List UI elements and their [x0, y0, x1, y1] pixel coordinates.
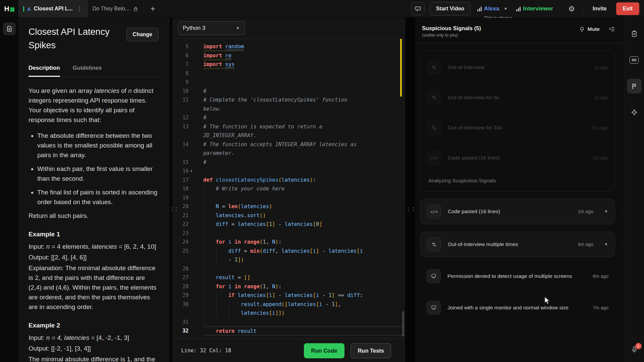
code-line: - 1]): [172, 255, 405, 264]
code-text[interactable]: latencies.sort(): [203, 211, 405, 220]
code-area[interactable]: 5import random6import re7import sys8910#…: [172, 39, 405, 339]
collapse-panel-icon[interactable]: [608, 26, 615, 33]
code-line: 26: [172, 264, 405, 274]
signal-strength-icon: [516, 6, 521, 11]
code-text[interactable]: if latencies[i] - latencies[i - 1] == di…: [203, 291, 405, 300]
notes-tool-button[interactable]: [627, 26, 642, 41]
new-tab-button[interactable]: +: [144, 0, 162, 17]
panel-resize-handle[interactable]: ⋮⋮: [405, 18, 415, 362]
notification-badge: i: [635, 343, 642, 349]
code-text[interactable]: [203, 229, 405, 238]
code-text[interactable]: #: [203, 87, 405, 96]
signal-time: 6m ago: [593, 274, 608, 279]
code-text[interactable]: [203, 318, 405, 327]
chevron-down-icon[interactable]: ▼: [604, 209, 608, 214]
signal-text: Out-of-Interview multiple times: [448, 241, 571, 247]
run-tests-button[interactable]: Run Tests: [351, 343, 391, 358]
screen-icon: [427, 301, 441, 315]
code-text[interactable]: #: [203, 113, 405, 122]
lock-icon: [132, 6, 139, 12]
code-text[interactable]: for i in range(1, N):: [203, 238, 405, 247]
change-question-button[interactable]: Change: [126, 28, 158, 41]
flags-tool-button[interactable]: [627, 79, 642, 94]
code-text[interactable]: # The function accepts INTEGER_ARRAY lat…: [203, 140, 405, 149]
line-number: [172, 105, 196, 114]
line-number: 27: [172, 273, 196, 282]
left-toolbar: [0, 18, 18, 362]
code-text[interactable]: [203, 78, 405, 87]
signal-item[interactable]: Permission denied to detect usage of mul…: [420, 260, 615, 292]
language-select[interactable]: Python 3 ▼: [178, 21, 245, 35]
line-number: 30: [172, 300, 196, 309]
signal-card[interactable]: </>Code pasted (16 lines)1m ago▼: [420, 199, 615, 224]
code-text[interactable]: [203, 193, 405, 202]
example-line: Output: [[2, 4], [4, 6]]: [29, 252, 158, 262]
signal-item[interactable]: Out-of-Interview multiple times4m ago▼: [427, 237, 608, 251]
tab-guidelines[interactable]: Guidelines: [73, 65, 102, 77]
code-text[interactable]: N = len(latencies): [203, 202, 405, 211]
chat-button[interactable]: [411, 2, 425, 15]
code-line: 22 diff = latencies[1] - latencies[0]: [172, 220, 405, 229]
screen-icon: [427, 269, 441, 283]
code-text[interactable]: import random: [203, 42, 405, 51]
io-tool-button[interactable]: I/O: [627, 53, 642, 67]
code-line: below.: [172, 105, 405, 114]
tab-do-they-belong[interactable]: Do They Belo...: [88, 0, 144, 17]
code-text[interactable]: latencies[i]]): [203, 309, 405, 318]
question-panel-button[interactable]: [3, 22, 16, 35]
code-line: 30 result.append([latencies[i - 1],: [172, 300, 405, 309]
code-text[interactable]: # The function is expected to return a: [203, 122, 405, 131]
signal-card[interactable]: Out-of-Interview multiple times4m ago▼: [420, 232, 615, 257]
code-text[interactable]: #: [203, 158, 405, 167]
code-text[interactable]: # Complete the 'closestLatencySpikes' fu…: [203, 96, 405, 105]
signals-subtitle: (visible only to you): [422, 33, 481, 38]
ai-tool-button[interactable]: [627, 105, 642, 120]
flag-icon: [631, 82, 638, 90]
drag-grip-icon[interactable]: ⋮⋮: [406, 207, 416, 211]
code-text[interactable]: diff = latencies[1] - latencies[0]: [203, 220, 405, 229]
code-text[interactable]: def closestLatencySpikes(latencies):: [203, 176, 405, 185]
analyzing-status: Analyzing Suspicious Signals: [428, 178, 608, 184]
code-text[interactable]: [203, 167, 405, 176]
code-text[interactable]: result.append([latencies[i - 1],: [203, 300, 405, 309]
voice-notes-button[interactable]: i: [630, 346, 638, 355]
code-line: 28 for i in range(1, N):: [172, 282, 405, 291]
code-text[interactable]: [203, 264, 405, 274]
signal-item[interactable]: Joined with a single monitor and normal …: [420, 292, 615, 323]
code-text[interactable]: import sys: [203, 60, 405, 69]
line-number: 21: [172, 211, 196, 220]
panel-resize-handle[interactable]: ⋮⋮: [170, 18, 172, 362]
example-line: Input: n = 4, latencies = [4, -2, -1, 3]: [29, 333, 158, 343]
code-text[interactable]: return result: [203, 326, 405, 336]
settings-gear-icon[interactable]: ⚙: [565, 5, 578, 13]
fold-chevron-icon[interactable]: ▾: [190, 167, 195, 176]
invite-button[interactable]: Invite: [588, 6, 611, 12]
signal-item[interactable]: </>Code pasted (16 lines)1m ago▼: [427, 204, 608, 219]
code-text[interactable]: below.: [203, 105, 405, 114]
mute-button[interactable]: Mute: [579, 26, 600, 32]
hackerrank-logo[interactable]: H: [0, 0, 18, 17]
participant-interviewer[interactable]: Interviewer: [514, 5, 555, 12]
divider: [560, 4, 560, 14]
start-video-button[interactable]: Start Video: [430, 2, 471, 15]
code-text[interactable]: 2D_INTEGER_ARRAY.: [203, 131, 405, 140]
tab-kebab-menu-icon[interactable]: ⋮: [76, 5, 83, 12]
chevron-down-icon[interactable]: ▼: [604, 242, 608, 247]
code-text[interactable]: for i in range(1, N):: [203, 282, 405, 291]
signal-text: Out-of-Interview for 6s: [448, 95, 587, 101]
code-text[interactable]: # Write your code here: [203, 184, 405, 193]
participant-alexa[interactable]: Alexa ▼ Click to observe: [475, 5, 509, 12]
switch-icon: [427, 121, 441, 135]
code-text[interactable]: result = []: [203, 273, 405, 282]
tab-description[interactable]: Description: [29, 65, 60, 77]
code-text[interactable]: - 1]): [203, 255, 405, 264]
exit-button[interactable]: Exit: [616, 2, 639, 15]
code-text[interactable]: import re: [203, 51, 405, 60]
tab-closest-api[interactable]: A Closest API L... ⋮: [18, 0, 88, 17]
code-text[interactable]: parameter.: [203, 149, 405, 158]
code-text[interactable]: diff = min(diff, latencies[i] - latencie…: [203, 247, 405, 256]
code-text[interactable]: [203, 69, 405, 78]
run-code-button[interactable]: Run Code: [304, 343, 345, 358]
chevron-down-icon[interactable]: ▼: [503, 6, 507, 11]
example-line: The minimal absolute difference is 1, an…: [29, 354, 158, 362]
